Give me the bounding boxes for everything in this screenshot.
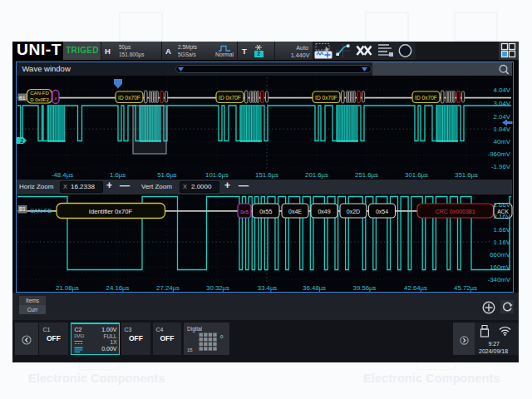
svg-text:45.72µs: 45.72µs [454, 284, 477, 292]
svg-text:27.24µs: 27.24µs [156, 284, 180, 292]
svg-text:0x54: 0x54 [376, 209, 388, 214]
svg-text:2.16V: 2.16V [494, 213, 511, 220]
svg-text:2.66V: 2.66V [494, 201, 511, 209]
svg-text:1.16V: 1.16V [494, 239, 511, 246]
svg-text:33.4µs: 33.4µs [258, 284, 278, 292]
svg-text:39.56µs: 39.56µs [353, 284, 377, 292]
svg-text:Identifier 0x70F: Identifier 0x70F [89, 208, 133, 215]
svg-text:0x4E: 0x4E [288, 209, 302, 214]
svg-text:CRC 0x000381: CRC 0x000381 [436, 209, 475, 214]
svg-text:-340mV: -340mV [488, 276, 511, 283]
svg-text:1.66V: 1.66V [494, 226, 511, 234]
svg-text:24.16µs: 24.16µs [106, 284, 130, 292]
svg-text:0x55: 0x55 [259, 209, 272, 214]
svg-text:660mV: 660mV [490, 251, 511, 259]
svg-text:0x5: 0x5 [240, 209, 249, 214]
svg-text:CAN-FD: CAN-FD [30, 208, 52, 214]
svg-text:42.64µs: 42.64µs [404, 284, 427, 292]
svg-text:160mV: 160mV [490, 264, 511, 271]
svg-text:21.08µs: 21.08µs [56, 284, 79, 292]
svg-text:0x2D: 0x2D [347, 209, 360, 214]
svg-text:36.48µs: 36.48µs [303, 284, 326, 292]
svg-text:B1: B1 [19, 206, 26, 212]
svg-text:30.32µs: 30.32µs [206, 284, 229, 292]
svg-text:0x49: 0x49 [318, 209, 330, 214]
